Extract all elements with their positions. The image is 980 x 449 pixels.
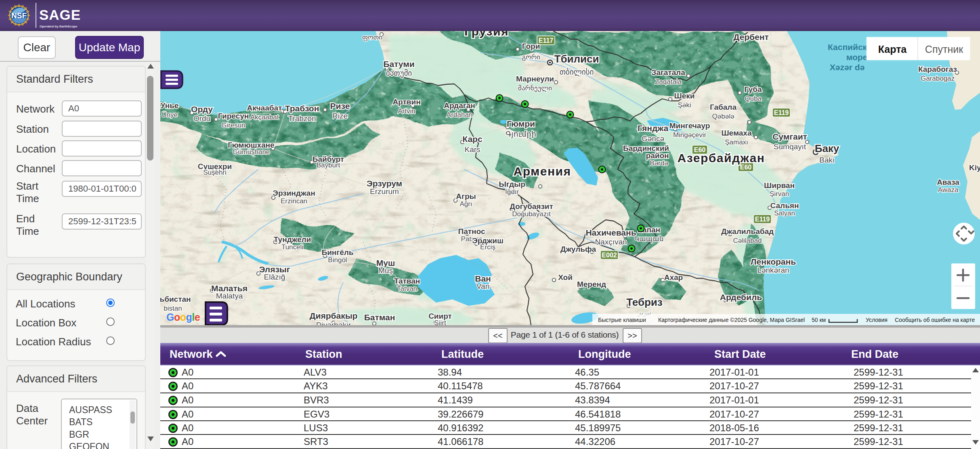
svg-text:Ширван: Ширван (764, 181, 795, 190)
svg-text:Ахар: Ахар (664, 273, 683, 282)
svg-text:море: море (846, 52, 868, 62)
svg-text:Şirvan: Şirvan (770, 190, 789, 198)
svg-text:Батуми: Батуми (383, 59, 414, 69)
svg-text:Zaqatala: Zaqatala (655, 78, 682, 86)
svg-text:Van: Van (476, 282, 489, 290)
svg-text:Malatya: Malatya (216, 292, 243, 300)
svg-text:Ардебиль: Ардебиль (720, 292, 762, 302)
svg-text:Kars: Kars (464, 145, 480, 154)
svg-text:район: район (646, 151, 669, 160)
svg-text:Диярбакыр: Диярбакыр (310, 311, 358, 320)
svg-text:ფოთი: ფოთი (362, 33, 382, 41)
svg-text:Erzurum: Erzurum (370, 187, 399, 196)
svg-text:Тунджели: Тунджели (274, 235, 311, 244)
svg-text:50 км: 50 км (812, 317, 826, 323)
svg-text:Карта: Карта (878, 44, 907, 55)
svg-text:льбистан: льбистан (160, 295, 191, 303)
svg-text:Artvin: Artvin (398, 107, 415, 115)
svg-text:Ağrı: Ağrı (460, 200, 472, 208)
svg-text:Хой: Хой (558, 273, 573, 282)
svg-text:Muş: Muş (378, 266, 393, 275)
svg-text:Iğdır: Iğdır (505, 188, 519, 196)
svg-text:Татван: Татван (394, 277, 420, 285)
svg-text:Азербайджан: Азербайджан (678, 151, 765, 165)
svg-text:Габала: Габала (710, 103, 737, 111)
svg-text:Эрзурум: Эрзурум (367, 179, 402, 188)
svg-text:Bakı: Bakı (819, 156, 835, 164)
svg-text:Kiya: Kiya (969, 163, 980, 172)
svg-text:Карс: Карс (462, 134, 483, 144)
svg-text:Эрзинджан: Эрзинджан (273, 189, 315, 197)
svg-text:Diyarbakır: Diyarbakır (316, 321, 351, 325)
svg-text:Sumqayıt: Sumqayıt (774, 142, 806, 151)
svg-text:Бингёль: Бингёль (321, 248, 353, 257)
svg-text:გორი: გორი (522, 53, 540, 61)
svg-text:Акчаабат: Акчаабат (247, 104, 282, 112)
svg-text:Спутник: Спутник (925, 44, 963, 55)
svg-text:Армения: Армения (513, 165, 571, 178)
svg-text:Губа: Губа (745, 85, 762, 94)
svg-text:Каспийски: Каспийски (828, 42, 872, 52)
svg-text:Гори: Гори (522, 42, 540, 50)
svg-text:Կապան: Կապան (634, 235, 664, 243)
svg-text:Bingöl: Bingöl (328, 256, 347, 264)
svg-text:Ünye: Ünye (162, 111, 178, 119)
svg-text:Агры: Агры (456, 192, 476, 200)
svg-text:Trabzon: Trabzon (288, 114, 316, 123)
svg-text:Быстрые клавиши: Быстрые клавиши (598, 317, 646, 323)
svg-text:Bayburt: Bayburt (317, 161, 340, 169)
svg-text:Awaza: Awaza (938, 186, 959, 194)
svg-text:Tunceli: Tunceli (281, 243, 303, 251)
svg-text:Bərdə: Bərdə (650, 159, 668, 167)
svg-text:Джалильабад: Джалильабад (721, 227, 774, 236)
svg-text:E002: E002 (602, 252, 617, 259)
svg-text:Ardahan: Ardahan (447, 111, 472, 119)
svg-text:Lənkəran: Lənkəran (757, 266, 789, 274)
svg-text:Шемаха: Шемаха (722, 129, 752, 137)
svg-text:Меренд: Меренд (577, 280, 606, 288)
svg-text:Erzincan: Erzincan (281, 197, 307, 205)
svg-text:Орду: Орду (191, 104, 213, 114)
svg-text:Патнос: Патнос (458, 227, 485, 236)
svg-text:Giresun: Giresun (221, 121, 246, 129)
svg-text:E119: E119 (774, 109, 789, 116)
svg-text:მარნეული: მარნეული (518, 84, 552, 92)
svg-text:Сальян: Сальян (770, 201, 799, 210)
svg-text:Гиресун: Гиресун (218, 112, 249, 120)
svg-text:Трабзон: Трабзон (285, 104, 319, 113)
svg-text:Cəlilabad: Cəlilabad (733, 237, 762, 244)
svg-text:Джульфа: Джульфа (560, 245, 596, 253)
svg-text:Тебриз: Тебриз (626, 296, 663, 308)
svg-text:Гянджа: Гянджа (638, 123, 669, 133)
svg-text:Мингечаур: Мингечаур (669, 121, 710, 130)
svg-text:Suşehri: Suşehri (203, 169, 227, 176)
svg-text:NSF: NSF (11, 11, 27, 20)
svg-text:Şamaxı: Şamaxı (725, 138, 748, 146)
svg-text:Doğubayazıt: Doğubayazıt (512, 210, 551, 218)
svg-text:Qəbələ: Qəbələ (712, 113, 734, 120)
svg-text:Tatvan: Tatvan (397, 285, 417, 292)
svg-text:Карабогаз: Карабогаз (918, 65, 957, 73)
svg-text:Загатала: Загатала (651, 68, 685, 77)
svg-text:Сообщить об ошибке на карте: Сообщить об ошибке на карте (895, 317, 975, 323)
svg-text:Şəki: Şəki (678, 101, 691, 109)
svg-text:E119: E119 (755, 216, 770, 223)
svg-text:Ordu: Ordu (193, 114, 210, 123)
svg-text:Сумгаит: Сумгаит (772, 132, 807, 141)
svg-text:Баку: Баку (815, 142, 839, 155)
svg-text:Гюмри: Гюмри (507, 119, 535, 128)
svg-text:Унье: Унье (161, 101, 179, 110)
svg-text:Тбилиси: Тбилиси (554, 53, 599, 65)
svg-text:Rize: Rize (332, 112, 348, 120)
svg-text:Ризе: Ризе (330, 101, 350, 111)
svg-text:E60: E60 (740, 164, 752, 171)
svg-text:Нахичевань: Нахичевань (585, 228, 636, 237)
svg-text:Дербент: Дербент (733, 32, 768, 42)
svg-text:Шеки: Шеки (674, 92, 695, 100)
svg-text:Siirt: Siirt (434, 319, 446, 325)
svg-text:ბათუმი: ბათუმი (386, 69, 412, 78)
svg-text:Erciş: Erciş (480, 243, 495, 251)
svg-text:Ленкорань: Ленкорань (751, 257, 796, 266)
svg-text:Naxçıvan: Naxçıvan (595, 238, 627, 246)
svg-text:Garabogaz: Garabogaz (921, 75, 955, 82)
